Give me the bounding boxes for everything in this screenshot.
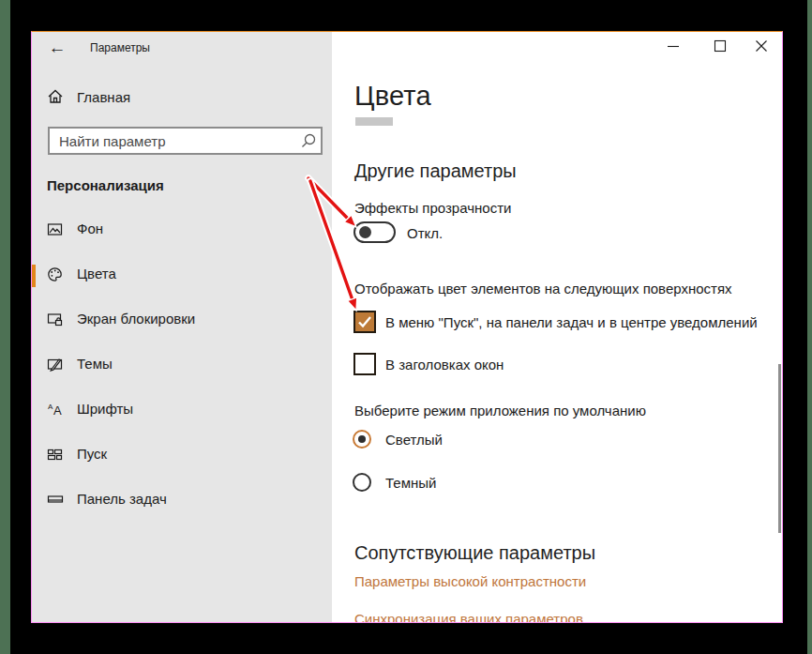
sidebar-item-label: Цвета [77, 266, 116, 281]
sidebar: ← Параметры Главная Персонализация [32, 32, 332, 622]
transparency-toggle[interactable] [353, 221, 396, 243]
link-sync-settings[interactable]: Синхронизация ваших параметров [354, 611, 583, 623]
taskbar-icon [47, 492, 64, 508]
radio-light-mode[interactable] [353, 430, 371, 449]
sidebar-item-label: Темы [77, 356, 113, 372]
window-title: Параметры [90, 40, 150, 55]
sidebar-section-header: Персонализация [47, 177, 164, 193]
home-icon [47, 88, 64, 105]
page-title: Цвета [354, 81, 431, 112]
checkbox-start-taskbar[interactable] [353, 311, 376, 333]
sidebar-item-colors[interactable]: Цвета [32, 252, 332, 297]
back-button[interactable]: ← [45, 37, 69, 59]
svg-text:A: A [53, 403, 62, 418]
desktop-edge-strip-right [807, 0, 812, 654]
desktop-edge-strip-left [0, 0, 10, 654]
sidebar-item-label: Пуск [77, 446, 107, 462]
sidebar-item-label: Фон [77, 221, 103, 236]
sidebar-item-label: Шрифты [77, 401, 133, 417]
sidebar-item-lock-screen[interactable]: Экран блокировки [32, 297, 332, 342]
sidebar-item-fonts[interactable]: A A Шрифты [32, 388, 332, 433]
sidebar-item-home[interactable]: Главная [32, 84, 332, 113]
radio-dark-mode[interactable] [353, 473, 371, 492]
fonts-icon: A A [47, 402, 66, 418]
section-header-other: Другие параметры [354, 160, 517, 182]
app-mode-label: Выберите режим приложения по умолчанию [354, 403, 646, 418]
sidebar-item-taskbar[interactable]: Панель задач [32, 478, 332, 523]
themes-icon [47, 357, 64, 373]
surfaces-label: Отображать цвет элементов на следующих п… [354, 281, 732, 297]
checkbox-title-bars[interactable] [353, 353, 376, 375]
transparency-label: Эффекты прозрачности [354, 200, 511, 216]
section-header-related: Сопутствующие параметры [354, 542, 595, 564]
sidebar-item-themes[interactable]: Темы [32, 342, 332, 388]
title-underline-stub [355, 117, 393, 126]
minimize-button[interactable] [662, 36, 684, 56]
start-tiles-icon [47, 447, 63, 463]
toggle-state-text: Откл. [407, 225, 443, 241]
radio-dark-mode-label[interactable]: Темный [385, 475, 436, 491]
sidebar-item-home-label: Главная [77, 89, 130, 105]
radio-dot [358, 435, 366, 443]
checkbox-start-taskbar-label[interactable]: В меню "Пуск", на панели задач и в центр… [385, 314, 758, 330]
maximize-button[interactable] [709, 36, 731, 56]
lock-screen-icon [47, 312, 64, 327]
checkbox-title-bars-label[interactable]: В заголовках окон [385, 357, 504, 373]
link-high-contrast[interactable]: Параметры высокой контрастности [354, 573, 586, 589]
close-button[interactable] [750, 36, 773, 56]
screenshot-root: ← Параметры Главная Персонализация [0, 0, 812, 654]
sidebar-item-start[interactable]: Пуск [32, 433, 332, 478]
toggle-knob [359, 226, 371, 238]
sidebar-item-background[interactable]: Фон [32, 207, 332, 252]
radio-light-mode-label[interactable]: Светлый [385, 432, 443, 448]
search-icon [300, 132, 317, 149]
sidebar-item-label: Панель задач [77, 491, 167, 507]
background-icon [47, 221, 63, 237]
sidebar-item-label: Экран блокировки [77, 311, 195, 327]
settings-window: ← Параметры Главная Персонализация [31, 31, 783, 623]
palette-icon [47, 266, 63, 282]
scrollbar-thumb[interactable] [778, 364, 781, 533]
search-input[interactable] [48, 127, 323, 155]
